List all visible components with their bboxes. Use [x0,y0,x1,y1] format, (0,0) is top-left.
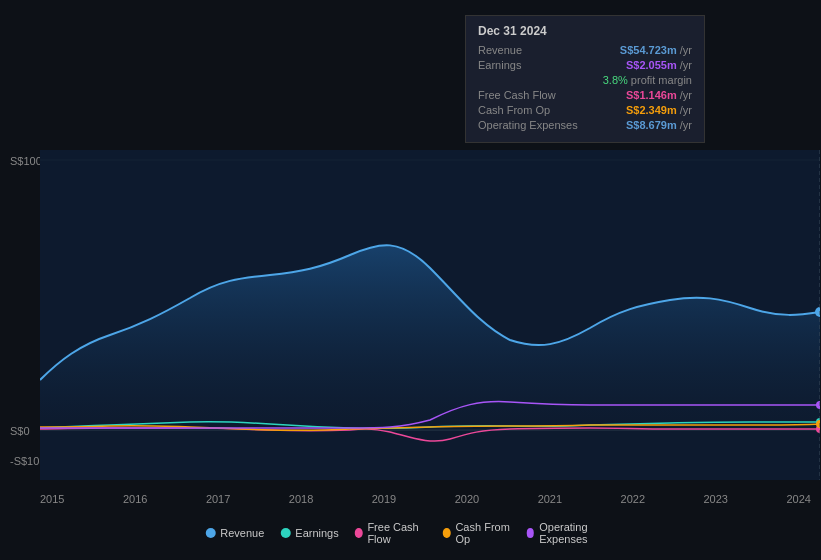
tooltip-value-revenue: S$54.723m /yr [620,44,692,56]
chart-area: Dec 31 2024 Revenue S$54.723m /yr Earnin… [0,0,821,560]
chart-svg [40,150,820,480]
legend: Revenue Earnings Free Cash Flow Cash Fro… [205,521,616,545]
x-label-2015: 2015 [40,493,64,505]
tooltip-value-earnings: S$2.055m /yr [626,59,692,71]
y-axis-zero: S$0 [10,425,30,437]
legend-label-cashop: Cash From Op [455,521,510,545]
tooltip-value-freecash: S$1.146m /yr [626,89,692,101]
legend-dot-opexp [527,528,535,538]
tooltip-row-margin: 3.8% profit margin [478,74,692,86]
x-label-2020: 2020 [455,493,479,505]
x-label-2018: 2018 [289,493,313,505]
x-axis: 2015 2016 2017 2018 2019 2020 2021 2022 … [40,493,811,505]
tooltip-label-opexp: Operating Expenses [478,119,588,131]
tooltip-row-cashop: Cash From Op S$2.349m /yr [478,104,692,116]
tooltip-value-margin: 3.8% profit margin [599,74,692,86]
x-label-2021: 2021 [538,493,562,505]
tooltip-label-freecash: Free Cash Flow [478,89,588,101]
x-label-2023: 2023 [704,493,728,505]
tooltip-row-revenue: Revenue S$54.723m /yr [478,44,692,56]
legend-label-earnings: Earnings [295,527,338,539]
legend-item-opexp[interactable]: Operating Expenses [527,521,616,545]
legend-item-revenue[interactable]: Revenue [205,527,264,539]
legend-dot-revenue [205,528,215,538]
x-label-2024: 2024 [786,493,810,505]
tooltip-value-cashop: S$2.349m /yr [626,104,692,116]
tooltip-row-earnings: Earnings S$2.055m /yr [478,59,692,71]
tooltip-label-earnings: Earnings [478,59,588,71]
legend-item-earnings[interactable]: Earnings [280,527,338,539]
legend-label-revenue: Revenue [220,527,264,539]
legend-label-freecash: Free Cash Flow [367,521,426,545]
x-label-2019: 2019 [372,493,396,505]
tooltip-label-revenue: Revenue [478,44,588,56]
tooltip-box: Dec 31 2024 Revenue S$54.723m /yr Earnin… [465,15,705,143]
legend-item-cashop[interactable]: Cash From Op [443,521,511,545]
tooltip-row-opexp: Operating Expenses S$8.679m /yr [478,119,692,131]
tooltip-value-opexp: S$8.679m /yr [626,119,692,131]
x-label-2017: 2017 [206,493,230,505]
x-label-2022: 2022 [621,493,645,505]
tooltip-date: Dec 31 2024 [478,24,692,38]
legend-item-freecash[interactable]: Free Cash Flow [355,521,427,545]
legend-dot-cashop [443,528,451,538]
x-label-2016: 2016 [123,493,147,505]
tooltip-label-cashop: Cash From Op [478,104,588,116]
legend-dot-freecash [355,528,363,538]
legend-dot-earnings [280,528,290,538]
tooltip-row-freecash: Free Cash Flow S$1.146m /yr [478,89,692,101]
legend-label-opexp: Operating Expenses [539,521,616,545]
